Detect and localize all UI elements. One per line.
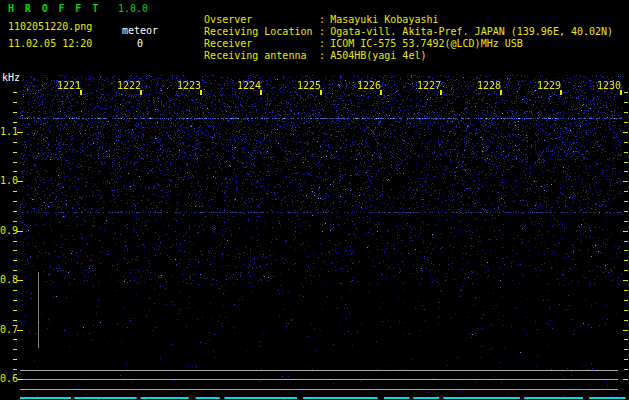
- colon: :: [319, 50, 325, 61]
- yaxis-minor-tickmark: [13, 241, 17, 242]
- xaxis-tickmark: [380, 90, 382, 95]
- xaxis-tick-label: 1225: [296, 81, 322, 91]
- yaxis-minor-tickmark: [13, 369, 17, 370]
- info-row-antenna: Receiving antenna:A504HB(yagi 4el): [180, 41, 426, 71]
- yaxis-minor-tickmark-right: [624, 349, 628, 350]
- yaxis-major-tickmark: [17, 132, 23, 133]
- yaxis-tick-label: 0.8: [0, 275, 17, 285]
- xaxis-tickmark: [80, 90, 82, 95]
- meteor-count: 0: [122, 39, 158, 49]
- xaxis-tickmark: [620, 90, 622, 95]
- info-value: A504HB(yagi 4el): [330, 50, 426, 61]
- xaxis-tickmark: [560, 90, 562, 95]
- yaxis-minor-tickmark: [13, 171, 17, 172]
- yaxis-minor-tickmark-right: [624, 369, 628, 370]
- xaxis-tick-label: 1224: [236, 81, 262, 91]
- yaxis-tick-label: 0.6: [0, 374, 17, 384]
- yaxis-minor-tickmark: [13, 250, 17, 251]
- datetime-label: 11.02.05 12:20: [8, 39, 92, 49]
- yaxis-minor-tickmark-right: [624, 359, 628, 360]
- yaxis-minor-tickmark: [13, 112, 17, 113]
- yaxis-minor-tickmark-right: [624, 320, 628, 321]
- yaxis-minor-tickmark: [13, 349, 17, 350]
- yaxis-minor-tickmark-right: [624, 171, 628, 172]
- yaxis-major-tickmark-right: [623, 379, 628, 380]
- yaxis-minor-tickmark-right: [624, 310, 628, 311]
- yaxis-minor-tickmark: [13, 260, 17, 261]
- yaxis-minor-tickmark: [13, 162, 17, 163]
- yaxis-minor-tickmark: [13, 142, 17, 143]
- xaxis-tickmark: [200, 90, 202, 95]
- info-label: Receiving antenna: [204, 51, 319, 61]
- yaxis-major-tickmark: [17, 379, 23, 380]
- yaxis-major-tickmark-right: [623, 181, 628, 182]
- xaxis-tick-label: 1230: [596, 81, 622, 91]
- xaxis-tick-label: 1227: [416, 81, 442, 91]
- yaxis-minor-tickmark-right: [624, 290, 628, 291]
- yaxis-minor-tickmark-right: [624, 241, 628, 242]
- yaxis-minor-tickmark: [13, 310, 17, 311]
- yaxis-tick-label: 1.1: [0, 127, 17, 137]
- xaxis-tick-label: 1226: [356, 81, 382, 91]
- yaxis-minor-tickmark: [13, 102, 17, 103]
- yaxis-minor-tickmark-right: [624, 142, 628, 143]
- yaxis-minor-tickmark: [13, 270, 17, 271]
- yaxis-minor-tickmark: [13, 300, 17, 301]
- app-title: H R O F F T: [8, 4, 101, 14]
- xaxis-tickmark: [500, 90, 502, 95]
- yaxis-major-tickmark-right: [623, 132, 628, 133]
- yaxis-minor-tickmark-right: [624, 112, 628, 113]
- yaxis-major-tickmark-right: [623, 280, 628, 281]
- yaxis-minor-tickmark-right: [624, 102, 628, 103]
- xaxis-tick-label: 1228: [476, 81, 502, 91]
- yaxis-minor-tickmark-right: [624, 300, 628, 301]
- yaxis-major-tickmark-right: [623, 330, 628, 331]
- yaxis-major-tickmark-right: [623, 231, 628, 232]
- yaxis-minor-tickmark: [13, 122, 17, 123]
- yaxis-minor-tickmark-right: [624, 250, 628, 251]
- xaxis-tick-label: 1222: [116, 81, 142, 91]
- yaxis-major-tickmark: [17, 330, 23, 331]
- yaxis-minor-tickmark: [13, 92, 17, 93]
- yaxis-minor-tickmark-right: [624, 162, 628, 163]
- yaxis-minor-tickmark: [13, 191, 17, 192]
- yaxis-minor-tickmark-right: [624, 122, 628, 123]
- yaxis-minor-tickmark-right: [624, 270, 628, 271]
- yaxis-tick-label: 0.7: [0, 325, 17, 335]
- yaxis-tick-label: 0.9: [0, 226, 17, 236]
- yaxis-minor-tickmark: [13, 320, 17, 321]
- yaxis-minor-tickmark: [13, 290, 17, 291]
- yaxis-minor-tickmark: [13, 221, 17, 222]
- xaxis-tick-label: 1223: [176, 81, 202, 91]
- xaxis-tickmark: [440, 90, 442, 95]
- output-filename: 1102051220.png: [8, 22, 92, 32]
- yaxis-major-tickmark: [17, 181, 23, 182]
- spectrogram-canvas: [20, 75, 629, 400]
- yaxis-minor-tickmark: [13, 359, 17, 360]
- yaxis-minor-tickmark-right: [624, 260, 628, 261]
- xaxis-tick-label: 1229: [536, 81, 562, 91]
- yaxis-minor-tickmark-right: [624, 211, 628, 212]
- yaxis-minor-tickmark: [13, 152, 17, 153]
- mode-label: meteor: [122, 26, 158, 36]
- yaxis-minor-tickmark-right: [624, 152, 628, 153]
- xaxis-tickmark: [260, 90, 262, 95]
- app-version: 1.0.0: [118, 4, 148, 14]
- yaxis-major-tickmark: [17, 231, 23, 232]
- yaxis-minor-tickmark-right: [624, 191, 628, 192]
- yaxis-minor-tickmark: [13, 339, 17, 340]
- yaxis-tick-label: 1.0: [0, 176, 17, 186]
- yaxis-minor-tickmark-right: [624, 221, 628, 222]
- yaxis-minor-tickmark-right: [624, 92, 628, 93]
- hrofft-screen: H R O F F T 1.0.0 1102051220.png meteor …: [0, 0, 629, 400]
- yaxis-minor-tickmark-right: [624, 339, 628, 340]
- xaxis-tickmark: [320, 90, 322, 95]
- yaxis-unit-label: kHz: [2, 73, 20, 83]
- xaxis-tick-label: 1221: [56, 81, 82, 91]
- yaxis-minor-tickmark: [13, 211, 17, 212]
- xaxis-tickmark: [140, 90, 142, 95]
- yaxis-major-tickmark: [17, 280, 23, 281]
- yaxis-minor-tickmark-right: [624, 201, 628, 202]
- yaxis-minor-tickmark: [13, 201, 17, 202]
